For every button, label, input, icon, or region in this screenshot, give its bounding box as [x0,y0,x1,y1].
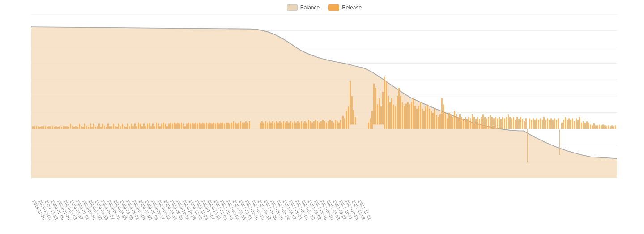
svg-rect-23 [52,126,53,129]
svg-rect-276 [525,118,527,128]
svg-rect-187 [355,117,356,125]
svg-rect-238 [457,117,459,129]
svg-rect-140 [270,123,272,129]
svg-rect-169 [322,120,324,129]
svg-rect-234 [450,114,452,129]
svg-rect-148 [285,123,286,129]
svg-rect-252 [482,114,484,129]
svg-rect-183 [348,106,349,129]
svg-rect-179 [340,120,341,129]
legend-release: Release [328,4,362,11]
svg-rect-235 [452,117,453,129]
svg-rect-242 [465,117,466,129]
svg-rect-89 [170,123,171,129]
svg-rect-15 [38,126,39,129]
svg-rect-285 [542,120,543,129]
svg-rect-277 [527,129,528,162]
svg-rect-146 [281,123,282,129]
svg-rect-278 [529,118,530,128]
svg-rect-301 [570,120,571,129]
svg-rect-46 [93,124,94,129]
svg-rect-64 [125,127,127,129]
svg-rect-306 [579,117,580,129]
svg-rect-60 [118,124,119,129]
svg-rect-290 [550,118,552,128]
svg-rect-126 [236,124,238,129]
svg-rect-69 [134,124,136,129]
svg-rect-98 [186,124,188,129]
svg-rect-237 [456,114,457,129]
svg-rect-173 [329,120,331,129]
svg-rect-262 [500,119,502,129]
svg-rect-269 [513,117,514,129]
svg-rect-288 [547,118,548,128]
svg-rect-35 [73,127,75,129]
svg-rect-293 [556,120,557,129]
svg-rect-68 [132,126,134,129]
svg-rect-107 [202,123,204,129]
svg-rect-40 [82,127,84,129]
svg-rect-315 [595,125,597,128]
svg-rect-280 [533,118,534,128]
svg-rect-36 [75,126,77,129]
svg-rect-275 [524,121,525,129]
svg-rect-199 [388,96,389,129]
svg-rect-165 [315,120,316,129]
svg-rect-195 [380,106,382,124]
svg-rect-250 [479,119,480,129]
svg-rect-213 [413,98,414,128]
svg-rect-76 [147,124,148,129]
svg-rect-39 [81,126,82,129]
svg-rect-21 [48,126,50,129]
svg-rect-65 [127,124,128,129]
svg-rect-309 [584,123,586,129]
svg-rect-271 [516,117,518,129]
svg-rect-176 [335,120,336,129]
svg-rect-286 [543,117,545,129]
svg-rect-307 [581,123,582,129]
main-svg: 0 m 500 m 1.000 m 1.500 m 2.000 m 2.500 … [31,14,617,195]
x-axis-dates: 2019-11-25 2019-12-09 2019-12-23 2020-01… [31,199,617,234]
svg-rect-178 [338,123,340,129]
svg-rect-311 [588,123,589,129]
svg-rect-232 [447,118,448,128]
svg-rect-160 [306,123,307,129]
release-swatch [328,4,339,11]
svg-rect-198 [386,81,387,129]
svg-rect-120 [226,123,227,129]
svg-rect-212 [411,102,412,129]
svg-rect-322 [608,125,609,128]
svg-rect-297 [563,120,564,129]
svg-rect-66 [129,126,130,129]
svg-rect-245 [470,118,471,128]
svg-rect-308 [583,121,584,129]
svg-rect-29 [63,126,64,129]
svg-rect-51 [102,124,103,129]
svg-rect-94 [179,124,180,129]
svg-rect-141 [272,121,273,129]
svg-rect-147 [283,121,284,129]
svg-rect-201 [391,98,392,128]
svg-rect-224 [432,113,434,129]
chart-area: 0 m 500 m 1.000 m 1.500 m 2.000 m 2.500 … [31,14,617,195]
svg-rect-218 [422,109,423,129]
svg-rect-177 [337,121,338,129]
svg-rect-216 [418,106,419,129]
svg-rect-105 [199,123,200,129]
svg-rect-197 [384,77,385,129]
svg-rect-162 [310,121,311,129]
svg-rect-145 [279,121,281,129]
svg-rect-289 [549,120,550,129]
svg-rect-84 [161,124,162,129]
svg-rect-222 [429,109,430,129]
svg-rect-152 [292,123,293,129]
svg-rect-303 [574,121,575,129]
svg-rect-77 [149,123,150,129]
svg-rect-86 [165,124,166,129]
svg-rect-138 [267,123,268,129]
svg-rect-266 [508,114,509,129]
svg-rect-70 [136,126,137,129]
svg-rect-291 [552,120,554,129]
svg-rect-259 [495,117,496,129]
svg-rect-111 [209,123,211,129]
